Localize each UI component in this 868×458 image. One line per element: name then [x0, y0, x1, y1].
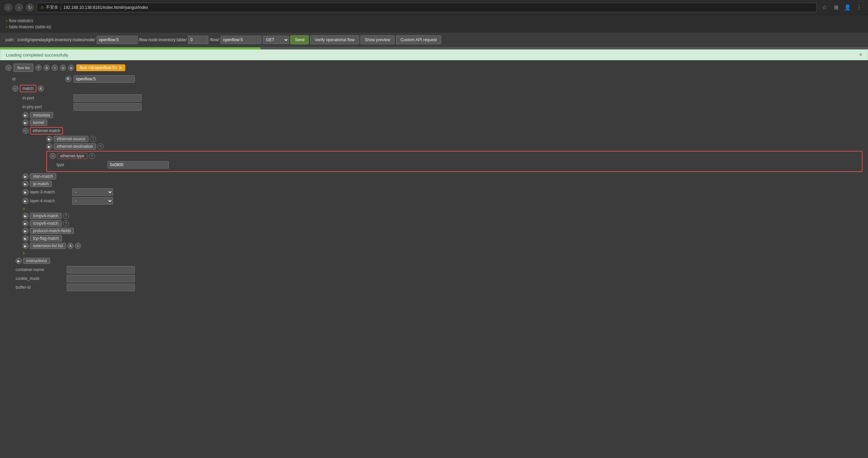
ethernet-type-toggle-btn[interactable]: −	[50, 153, 56, 159]
layer3-match-select[interactable]: - ipv4-match ipv6-match arp-match tunnel…	[72, 188, 113, 196]
path-seg-1: /config/opendaylight-inventory:nodes/nod…	[17, 37, 95, 42]
security-label: 不安全	[46, 4, 58, 10]
browser-actions: ☆ ⊞ 👤 ⋮	[820, 3, 864, 12]
back-button[interactable]: ‹	[4, 3, 12, 12]
browser-bar: ‹ › ↻ ⚠ 不安全 | 192.168.10.136:8181/index.…	[0, 0, 868, 15]
buffer-id-input[interactable]	[67, 284, 135, 291]
tcp-flag-match-toggle-btn[interactable]: ▶	[22, 235, 29, 241]
icmpv4-match-help-btn[interactable]: ?	[63, 213, 69, 219]
bookmark-icon[interactable]: ☆	[820, 3, 829, 12]
loading-message: Loading completed successfully	[6, 52, 68, 58]
metadata-label: metadata	[30, 112, 53, 118]
path-seg-2: /flow-node-inventory:table/	[139, 37, 187, 42]
ethernet-source-toggle-btn[interactable]: ▶	[46, 136, 52, 142]
table-id-input[interactable]	[188, 36, 208, 44]
node-input[interactable]	[97, 36, 138, 44]
tree-item-table-features[interactable]: + table-features (table-id)	[5, 24, 863, 30]
icmpv6-match-help-btn[interactable]: ?	[63, 220, 69, 226]
type-value-input[interactable]	[108, 161, 169, 169]
flow-id-input[interactable]	[221, 36, 261, 44]
url-bar[interactable]: ⚠ 不安全 | 192.168.10.136:8181/index.html#/…	[37, 3, 817, 12]
add-row-2: +	[5, 250, 863, 256]
flow-list-button[interactable]: flow list	[14, 64, 33, 72]
instructions-toggle-btn[interactable]: ▶	[16, 258, 22, 264]
profile-icon[interactable]: 👤	[843, 3, 852, 12]
match-add-btn[interactable]: A	[38, 85, 44, 92]
id-label: id	[12, 77, 63, 81]
in-port-input[interactable]	[74, 94, 142, 102]
add-row-1: +	[5, 206, 863, 211]
loading-close-icon[interactable]: ×	[859, 52, 862, 58]
ethernet-match-header: − ethernet-match	[22, 127, 863, 135]
icmpv4-match-toggle-btn[interactable]: ▶	[22, 213, 29, 219]
menu-icon[interactable]: ⋮	[854, 3, 864, 12]
layer4-match-select[interactable]: - tcp-match udp-match sctp-match	[72, 197, 113, 205]
cookie-mask-input[interactable]	[67, 275, 135, 282]
vlan-match-label: vlan-match	[30, 173, 56, 179]
forward-button[interactable]: ›	[15, 3, 23, 12]
extension-list-a-btn[interactable]: A	[67, 243, 74, 249]
extensions-icon[interactable]: ⊞	[831, 3, 841, 12]
protocol-match-toggle-btn[interactable]: ▶	[22, 228, 29, 234]
metadata-toggle-btn[interactable]: ▶	[22, 112, 29, 118]
in-phy-port-input[interactable]	[74, 103, 142, 111]
match-section-wrapper: − match A	[5, 84, 863, 93]
match-label: match	[22, 86, 34, 91]
add-btn-4[interactable]: ⊗	[68, 65, 74, 71]
ethernet-match-toggle-btn[interactable]: −	[22, 128, 29, 134]
preview-button[interactable]: Show preview	[360, 35, 395, 44]
plus-icon-2: +	[5, 25, 7, 29]
container-name-input[interactable]	[67, 266, 135, 273]
ip-match-toggle-btn[interactable]: ▶	[22, 181, 29, 187]
verify-button[interactable]: Verify operational flow	[310, 35, 359, 44]
extension-list-plus-btn[interactable]: +	[75, 243, 81, 249]
url-separator: |	[60, 5, 61, 10]
id-input[interactable]	[74, 75, 135, 83]
in-port-row: in-port	[5, 94, 863, 102]
help-btn[interactable]: ?	[35, 65, 42, 71]
layer3-match-label: layer-3-match	[30, 190, 71, 194]
layer4-match-label: layer-4-match	[30, 199, 71, 203]
icmpv4-match-row: ▶ icmpv4-match ?	[5, 213, 863, 219]
ethernet-source-help-btn[interactable]: ?	[90, 136, 96, 142]
ethernet-destination-help-btn[interactable]: ?	[97, 143, 103, 149]
path-seg-3: /flow/	[210, 37, 219, 42]
method-select[interactable]: GET POST PUT DELETE	[263, 36, 289, 44]
ethernet-type-help-btn[interactable]: ?	[89, 153, 95, 159]
custom-api-button[interactable]: Custom API request	[396, 35, 441, 44]
cookie-mask-row: cookie_mask	[5, 275, 863, 282]
add-btn-1[interactable]: A	[44, 65, 50, 71]
extension-list-toggle-btn[interactable]: ▶	[22, 243, 29, 249]
tunnel-toggle-btn[interactable]: ▶	[22, 120, 29, 126]
url-text: 192.168.10.136:8181/index.html#/yangui/i…	[63, 5, 148, 10]
layer4-match-toggle-btn[interactable]: ▶	[22, 198, 29, 204]
refresh-button[interactable]: ↻	[26, 3, 34, 12]
ethernet-type-section: − ethernet-type ? type	[22, 151, 863, 172]
add-btn-3[interactable]: ⊙	[60, 65, 66, 71]
add-icon-1[interactable]: +	[22, 206, 25, 211]
add-btn-2[interactable]: +	[52, 65, 58, 71]
in-port-label: in-port	[22, 96, 74, 100]
icmpv6-match-row: ▶ icmpv6-match ?	[5, 220, 863, 226]
path-label: path:	[5, 37, 15, 42]
send-button[interactable]: Send	[290, 35, 309, 44]
ethernet-destination-label: ethernet-destination	[54, 143, 96, 149]
layer3-match-toggle-btn[interactable]: ▶	[22, 189, 29, 195]
add-icon-2[interactable]: +	[22, 250, 25, 256]
tree-item-flow-statistics[interactable]: + flow-statistics	[5, 18, 863, 24]
icmpv6-match-toggle-btn[interactable]: ▶	[22, 220, 29, 226]
vlan-match-toggle-btn[interactable]: ▶	[22, 173, 29, 179]
ethernet-type-label: ethernet-type	[57, 153, 87, 159]
match-toggle-btn[interactable]: −	[12, 85, 18, 92]
id-search-btn[interactable]: 🔍	[65, 76, 71, 82]
protocol-match-fields-label: protocol-match-fields	[30, 228, 74, 234]
extension-list-label: extension-list list	[30, 243, 66, 249]
ip-match-label: ip-match	[30, 181, 52, 187]
collapse-all-btn[interactable]: −	[5, 65, 12, 71]
instructions-row: ▶ instructions	[5, 258, 863, 264]
flow-tag-close-icon[interactable]: ×	[119, 65, 122, 70]
ethernet-match-label: ethernet-match	[33, 128, 60, 133]
flow-tag-label: flow <id:openflow:5>	[80, 65, 117, 70]
ethernet-destination-toggle-btn[interactable]: ▶	[46, 143, 52, 149]
icmpv4-match-label: icmpv4-match	[30, 213, 62, 219]
